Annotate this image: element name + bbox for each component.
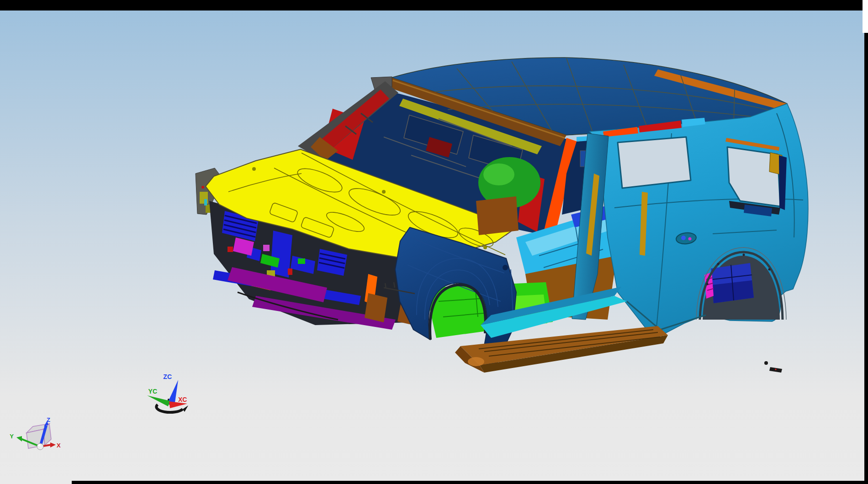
wcs-z-label[interactable]: ZC [163,373,172,380]
right-frame-bar [864,33,868,484]
fender-hole [503,265,508,270]
engine-bay-part[interactable] [365,293,387,322]
abs-x-label: X [57,442,61,449]
abs-origin-sphere[interactable] [37,443,43,450]
cad-application-window: ZC YC XC Z Y X [0,0,868,484]
abs-z-label: Z [47,416,50,423]
engine-bay-part[interactable] [288,268,292,275]
flange-bolt [768,268,771,271]
board-copper-glow [468,357,484,366]
rail-part[interactable] [204,199,207,205]
wcs-y-label[interactable]: YC [148,388,157,395]
flange-bolt [743,254,745,256]
handle-detail [681,236,686,240]
rail-dot [201,186,204,189]
rear-door-window[interactable] [618,137,691,188]
abs-y-label: Y [10,433,14,440]
top-frame-bar [0,0,863,11]
flange-bolt [717,263,720,265]
engine-bay-part[interactable] [228,247,233,252]
top-right-corner [863,0,868,33]
debris-detail [775,368,777,370]
debris-dot[interactable] [764,361,768,365]
hood-grommet [382,190,386,194]
sphere-highlight [38,444,41,447]
engine-bay-part[interactable] [263,245,270,251]
engine-bay-part[interactable] [298,258,305,264]
bottom-frame-bar [72,481,868,484]
hood-grommet [252,167,256,171]
flange-bolt [706,283,709,285]
handle-detail [688,237,692,241]
dash-lower[interactable] [476,196,519,235]
hood-grommet [483,246,487,249]
dash-hump-highlight [483,163,514,185]
wcs-x-label[interactable]: XC [178,396,187,403]
viewport-canvas[interactable]: ZC YC XC Z Y X [0,0,868,484]
